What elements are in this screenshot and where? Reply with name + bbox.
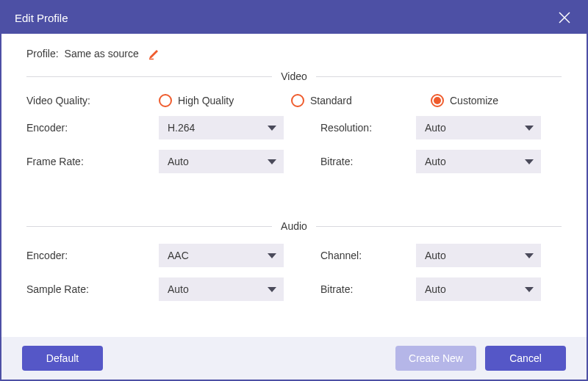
video-resolution-label: Resolution: (320, 122, 416, 134)
audio-channel-select[interactable]: Auto (416, 244, 541, 267)
select-value: Auto (425, 156, 446, 167)
radio-label: Customize (450, 95, 498, 106)
divider (316, 76, 562, 77)
video-encoder-select[interactable]: H.264 (159, 116, 284, 139)
profile-label: Profile: (26, 48, 59, 59)
audio-section-header: Audio (26, 220, 562, 232)
select-value: Auto (168, 283, 189, 295)
audio-encoder-label: Encoder: (26, 250, 159, 261)
radio-icon (431, 94, 444, 107)
titlebar: Edit Profile (1, 1, 587, 34)
select-value: Auto (425, 283, 446, 295)
audio-grid: Encoder: AAC Channel: Auto Sample Rate: … (26, 244, 562, 301)
edit-profile-window: Edit Profile Profile: Same as source Vid… (0, 0, 588, 381)
select-value: Auto (425, 250, 446, 261)
create-new-button[interactable]: Create New (395, 346, 476, 371)
pencil-icon (148, 47, 161, 60)
radio-icon (159, 94, 172, 107)
chevron-down-icon (268, 126, 276, 131)
divider (26, 76, 272, 77)
video-section-header: Video (26, 70, 562, 82)
profile-row: Profile: Same as source (26, 47, 562, 60)
select-value: AAC (168, 250, 189, 261)
chevron-down-icon (525, 159, 534, 164)
chevron-down-icon (525, 287, 534, 292)
content-area: Profile: Same as source Video Video Qual… (1, 34, 587, 337)
audio-encoder-select[interactable]: AAC (159, 244, 284, 267)
select-value: Auto (425, 122, 446, 134)
audio-bitrate-label: Bitrate: (320, 283, 416, 295)
divider (26, 226, 272, 227)
video-framerate-select[interactable]: Auto (159, 150, 284, 173)
close-icon (558, 11, 571, 24)
default-button[interactable]: Default (22, 346, 103, 371)
video-framerate-label: Frame Rate: (26, 156, 159, 167)
video-quality-label: Video Quality: (26, 95, 159, 106)
radio-label: High Quality (178, 95, 234, 106)
select-value: Auto (168, 156, 189, 167)
cancel-button[interactable]: Cancel (485, 346, 566, 371)
edit-profile-button[interactable] (148, 47, 161, 60)
audio-samplerate-label: Sample Rate: (26, 283, 159, 295)
chevron-down-icon (268, 253, 276, 258)
radio-icon (291, 94, 304, 107)
video-grid: Encoder: H.264 Resolution: Auto Frame Ra… (26, 116, 562, 173)
video-encoder-label: Encoder: (26, 122, 159, 134)
close-button[interactable] (556, 9, 573, 26)
window-title: Edit Profile (15, 12, 556, 24)
video-quality-row: Video Quality: High Quality Standard Cus… (26, 94, 562, 107)
footer: Default Create New Cancel (1, 337, 587, 380)
chevron-down-icon (525, 126, 534, 131)
audio-samplerate-select[interactable]: Auto (159, 277, 284, 301)
radio-standard[interactable]: Standard (291, 94, 431, 107)
profile-value: Same as source (65, 48, 139, 59)
audio-channel-label: Channel: (320, 250, 416, 261)
video-bitrate-label: Bitrate: (320, 156, 416, 167)
radio-label: Standard (310, 95, 352, 106)
select-value: H.264 (168, 122, 195, 134)
audio-section-label: Audio (272, 220, 316, 232)
divider (316, 226, 562, 227)
chevron-down-icon (268, 159, 276, 164)
video-bitrate-select[interactable]: Auto (416, 150, 541, 173)
radio-high-quality[interactable]: High Quality (159, 94, 291, 107)
chevron-down-icon (268, 287, 276, 292)
video-resolution-select[interactable]: Auto (416, 116, 541, 139)
radio-customize[interactable]: Customize (431, 94, 498, 107)
chevron-down-icon (525, 253, 534, 258)
audio-bitrate-select[interactable]: Auto (416, 277, 541, 301)
video-section-label: Video (272, 70, 316, 82)
